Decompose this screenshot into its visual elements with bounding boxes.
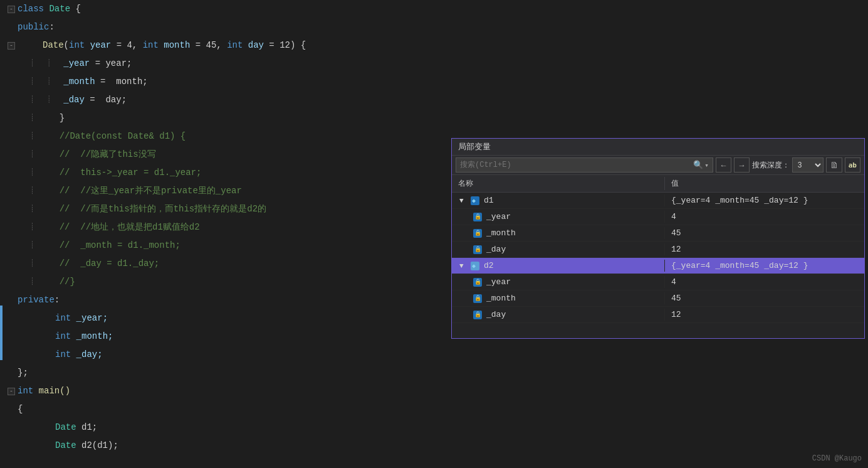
punct: { <box>70 0 81 18</box>
watch-row-d2-month: 🔒 _month 45 <box>452 290 864 307</box>
param: year <box>85 36 116 55</box>
obj-icon-d1 <box>471 196 479 205</box>
vdots: ┊ <box>30 237 34 255</box>
watch-row-d1-month-name: 🔒 _month <box>452 227 665 239</box>
watch-title-bar: 局部变量 <box>452 139 864 156</box>
watch-row-d2-year-name: 🔒 _year <box>452 276 665 288</box>
d1-year-label: _year <box>486 212 511 221</box>
depth-select[interactable]: 3 1 2 4 5 <box>792 157 824 173</box>
punct: = month; <box>95 73 148 91</box>
op: = 4, <box>117 36 143 55</box>
punct: } <box>60 109 65 127</box>
comment: // _month = d1._month; <box>60 237 180 255</box>
search-box[interactable]: 🔍 ▾ <box>456 157 713 173</box>
col-val-header: 值 <box>665 177 864 190</box>
icon-btn-2[interactable]: ab <box>845 157 860 173</box>
punct: }; <box>18 364 28 382</box>
punct: d2(d1); <box>76 437 118 455</box>
punct: : <box>49 18 54 36</box>
param: day <box>243 36 269 55</box>
vdots2: ┊ <box>47 73 51 91</box>
param: month <box>159 36 196 55</box>
vdots: ┊ <box>30 218 34 237</box>
vdots: ┊ <box>30 273 34 291</box>
code-line-1: - class Date { <box>0 0 868 18</box>
search-icon: 🔍 <box>693 160 703 170</box>
watch-row-d2[interactable]: ▼ d2 {_year=4 _month=45 _day=12 } <box>452 258 864 274</box>
watch-row-d1[interactable]: ▼ d1 {_year=4 _month=45 _day=12 } <box>452 193 864 209</box>
member: _day <box>63 91 85 109</box>
search-input[interactable] <box>460 161 693 169</box>
punct: ( <box>64 36 69 55</box>
lock-icon-d1-year: 🔒 <box>473 213 482 221</box>
func: Date <box>43 36 64 55</box>
vdots: ┊ <box>30 127 34 146</box>
type: Date <box>55 418 76 437</box>
watch-row-d1-year-name: 🔒 _year <box>452 211 665 223</box>
watch-header: 名称 值 <box>452 175 864 193</box>
watch-row-d2-name: ▼ d2 <box>452 260 665 272</box>
code-line-20: int _day; <box>0 346 868 364</box>
gutter-22: - <box>5 388 18 395</box>
punct: { <box>18 400 23 418</box>
d2-label: d2 <box>484 261 494 270</box>
type: Date <box>49 0 70 18</box>
vdots: ┊ <box>30 200 34 218</box>
collapse-btn-1[interactable]: - <box>8 6 15 13</box>
code-line-7: ┊ } <box>0 109 868 127</box>
col-name-header: 名称 <box>452 177 665 190</box>
vdots: ┊ <box>30 55 34 73</box>
collapse-btn-22[interactable]: - <box>8 388 15 395</box>
code-line-2: public: <box>0 18 868 36</box>
watch-row-d1-val: {_year=4 _month=45 _day=12 } <box>665 194 864 206</box>
obj-icon-d2 <box>471 262 479 270</box>
d2-day-label: _day <box>486 310 506 319</box>
watch-row-d2-day-val: 12 <box>665 309 864 321</box>
vdots: ┊ <box>30 109 34 127</box>
vdots: ┊ <box>30 73 34 91</box>
watch-row-d1-month-val: 45 <box>665 227 864 239</box>
punct: d1; <box>76 418 98 437</box>
keyword: int <box>69 36 85 55</box>
comment: // _day = d1._day; <box>60 255 160 273</box>
comment: // //而是this指针的，而this指针存的就是d2的 <box>60 200 266 218</box>
nav-forward-button[interactable]: → <box>734 157 750 173</box>
comment: //Date(const Date& d1) { <box>60 127 186 146</box>
watch-row-d1-day-val: 12 <box>665 243 864 255</box>
icon-btn-1[interactable]: 🗎 <box>826 157 842 173</box>
lock-icon-d1-day: 🔒 <box>473 245 482 254</box>
comment: // //这里_year并不是private里的_year <box>60 182 242 200</box>
keyword: int <box>55 327 71 346</box>
gutter-3: - <box>5 42 18 50</box>
watch-row-d2-month-val: 45 <box>665 292 864 304</box>
code-line-3: - Date(int year = 4, int month = 45, int… <box>0 36 868 55</box>
code-line-4: ┊ ┊ _year = year; <box>0 55 868 73</box>
member: _month; <box>71 327 113 346</box>
dropdown-icon[interactable]: ▾ <box>704 161 709 169</box>
code-line-25: Date d2(d1); <box>0 437 868 455</box>
watch-row-d1-year: 🔒 _year 4 <box>452 209 864 225</box>
vdots: ┊ <box>30 255 34 273</box>
keyword: public <box>18 18 49 36</box>
csdn-watermark: CSDN @Kaugo <box>812 454 862 463</box>
member: _year <box>63 55 90 73</box>
comment: // //地址，也就是把d1赋值给d2 <box>60 218 200 237</box>
punct: = year; <box>90 55 132 73</box>
nav-back-button[interactable]: ← <box>716 157 731 173</box>
collapse-btn-3[interactable]: - <box>8 42 15 50</box>
d2-year-label: _year <box>486 277 511 287</box>
op: = 45, <box>196 36 227 55</box>
vdots: ┊ <box>30 164 34 182</box>
tree-arrow-d2[interactable]: ▼ <box>459 262 468 270</box>
d1-label: d1 <box>484 196 494 205</box>
keyword: int <box>227 36 243 55</box>
watch-panel: 局部变量 🔍 ▾ ← → 搜索深度： 3 1 2 4 5 🗎 ab 名称 值 ▼ <box>451 138 865 339</box>
punct: : <box>55 291 60 309</box>
watch-title: 局部变量 <box>458 141 491 152</box>
watch-row-d1-year-val: 4 <box>665 211 864 223</box>
watch-row-d2-day-name: 🔒 _day <box>452 309 665 321</box>
d1-month-label: _month <box>486 228 516 238</box>
keyword: int <box>55 309 71 327</box>
tree-arrow-d1[interactable]: ▼ <box>459 197 468 205</box>
watch-row-d1-day: 🔒 _day 12 <box>452 242 864 258</box>
